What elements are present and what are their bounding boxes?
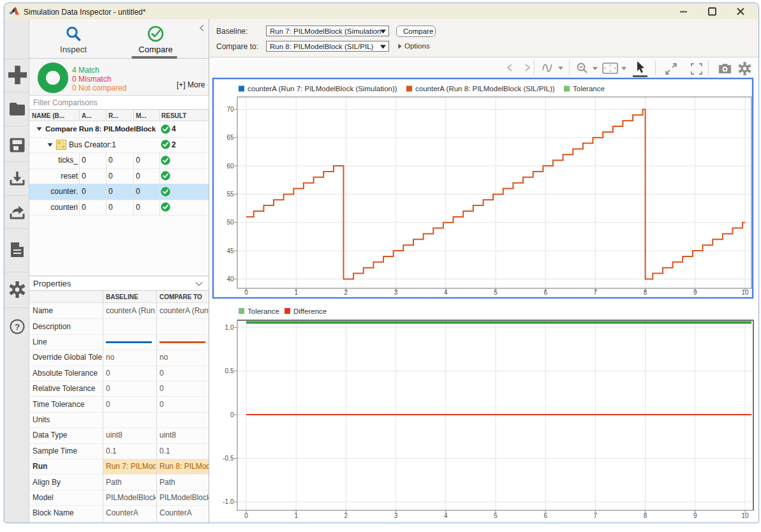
svg-text:7: 7 (594, 512, 598, 519)
svg-text:2: 2 (344, 512, 348, 519)
svg-text:Difference: Difference (293, 307, 327, 315)
svg-text:0: 0 (244, 512, 248, 519)
svg-text:10: 10 (741, 512, 749, 519)
svg-text:0: 0 (230, 411, 234, 418)
svg-text:9: 9 (693, 512, 697, 519)
svg-text:1: 1 (294, 512, 298, 519)
svg-text:5: 5 (494, 512, 498, 519)
svg-text:8: 8 (644, 512, 647, 519)
svg-text:0.5: 0.5 (225, 367, 234, 374)
svg-text:4: 4 (444, 512, 448, 519)
svg-text:-0.5: -0.5 (223, 455, 234, 462)
svg-text:1.0: 1.0 (225, 324, 234, 331)
svg-text:6: 6 (543, 512, 547, 519)
svg-text:Tolerance: Tolerance (248, 307, 279, 315)
svg-text:-1.0: -1.0 (223, 498, 234, 505)
svg-text:3: 3 (394, 512, 398, 519)
